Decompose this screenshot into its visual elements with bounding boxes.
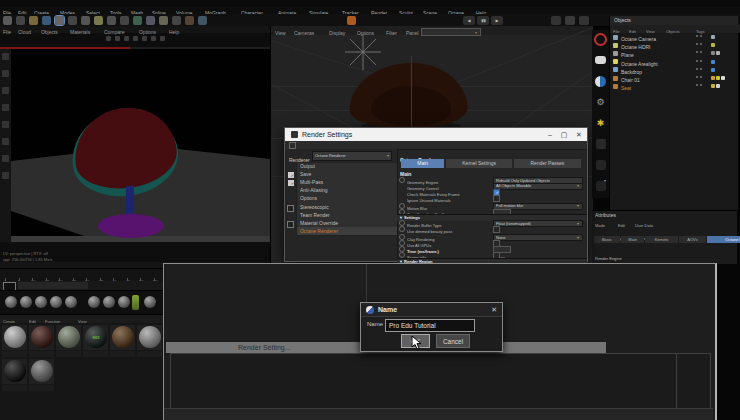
rs-section-checkbox[interactable]	[285, 212, 296, 220]
lv-side-icon-0[interactable]	[2, 53, 9, 60]
name-dialog-titlebar[interactable]: Name ✕	[361, 303, 502, 317]
octane-logo-icon[interactable]	[592, 30, 609, 48]
lv-side-icon-4[interactable]	[2, 121, 9, 128]
tag-icon[interactable]	[711, 84, 715, 88]
attr-tab-octane-renderer[interactable]: Octane Renderer	[707, 236, 740, 243]
materials-icon[interactable]	[592, 72, 609, 90]
minimize-button[interactable]: –	[543, 131, 557, 138]
toolbar-icon-14[interactable]	[185, 16, 194, 25]
tag-icon[interactable]	[711, 76, 715, 80]
lv-tool-icon-5[interactable]	[151, 36, 156, 41]
tag-icon[interactable]	[711, 60, 715, 64]
play-control-1[interactable]: ▮▮	[477, 16, 489, 25]
rs-tab-kernel-settings[interactable]: Kernel Settings	[446, 159, 513, 168]
tag-icon[interactable]	[711, 51, 715, 55]
lv-tool-icon-1[interactable]	[115, 36, 120, 41]
knob-icon-1[interactable]	[20, 296, 32, 308]
close-button[interactable]: ✕	[571, 131, 587, 139]
viewport-toggle-1[interactable]	[565, 16, 575, 25]
lv-side-icon-3[interactable]	[2, 104, 9, 111]
parameter-checkbox[interactable]	[493, 195, 500, 202]
object-item[interactable]: Seat	[610, 82, 738, 90]
close-icon[interactable]: ✕	[491, 306, 497, 314]
rs-section-checkbox[interactable]	[285, 228, 296, 236]
material-thumb[interactable]	[56, 325, 81, 350]
knob-icon-5[interactable]	[88, 296, 100, 308]
material-thumb[interactable]	[2, 359, 27, 384]
rs-tab-main[interactable]: Main	[401, 159, 444, 168]
attr-tab-basic[interactable]: Basic	[594, 236, 620, 243]
rs-section-checkbox[interactable]	[285, 220, 296, 228]
settings-icon[interactable]: ⚙	[592, 93, 609, 111]
tag-icon[interactable]	[711, 68, 715, 72]
lv-side-icon-7[interactable]	[2, 172, 9, 179]
visibility-dots[interactable]	[696, 76, 702, 78]
material-thumb[interactable]	[29, 359, 54, 384]
attr-tab-kernels[interactable]: Kernels	[645, 236, 678, 243]
knob-icon-3[interactable]	[50, 296, 62, 308]
visibility-dots[interactable]	[696, 43, 702, 45]
viewport-toggle-2[interactable]	[579, 16, 589, 25]
material-thumb[interactable]	[137, 325, 162, 350]
lv-side-icon-1[interactable]	[2, 70, 9, 77]
lv-tool-icon-2[interactable]	[124, 36, 129, 41]
vp-menu-view[interactable]: View	[275, 26, 292, 40]
tag-icon[interactable]	[716, 51, 720, 55]
visibility-dots[interactable]	[696, 60, 702, 62]
attr-tab-aovs[interactable]: AOVs	[679, 236, 706, 243]
rs-section-octane-renderer[interactable]: Octane Renderer	[285, 228, 397, 236]
rs-section-checkbox[interactable]	[285, 187, 296, 195]
lv-tool-icon-4[interactable]	[142, 36, 147, 41]
tag-icon[interactable]	[711, 35, 715, 39]
play-control-2[interactable]: ▶	[491, 16, 503, 25]
renderer-dropdown[interactable]: Octane Renderer ▾	[312, 151, 392, 161]
tag-icon[interactable]	[711, 43, 715, 47]
rs-section-checkbox[interactable]	[285, 163, 296, 171]
maximize-button[interactable]: ▢	[557, 131, 571, 139]
camera-icon[interactable]	[592, 135, 609, 153]
render-settings-titlebar[interactable]: Render Settings – ▢ ✕	[285, 128, 587, 141]
material-thumb[interactable]	[29, 325, 54, 350]
rs-tab-render-passes[interactable]: Render Passes	[514, 159, 581, 168]
visibility-dots[interactable]	[696, 68, 702, 70]
rs-section-checkbox[interactable]	[285, 204, 296, 212]
vp-menu-filter[interactable]: Filter	[386, 26, 404, 40]
visibility-dots[interactable]	[696, 35, 702, 37]
tag-icon[interactable]	[721, 76, 725, 80]
green-node-icon[interactable]	[132, 295, 139, 310]
material-thumb[interactable]	[2, 325, 27, 350]
material-thumb[interactable]: MIX	[83, 325, 108, 350]
dialog-small-toggle[interactable]	[289, 142, 296, 149]
lv-tool-icon-6[interactable]	[160, 36, 165, 41]
lv-side-icon-6[interactable]	[2, 155, 9, 162]
rs-section-checkbox[interactable]	[285, 195, 296, 203]
play-control-0[interactable]: ◀	[463, 16, 475, 25]
knob-icon-4[interactable]	[65, 296, 77, 308]
rs-section-checkbox[interactable]: ✓	[285, 179, 296, 187]
objects-icon[interactable]	[592, 156, 609, 174]
render-button[interactable]	[347, 16, 356, 25]
cancel-button[interactable]: Cancel	[436, 334, 470, 348]
knob-icon-6[interactable]	[103, 296, 115, 308]
viewport-toggle-0[interactable]	[551, 16, 561, 25]
render-viewport[interactable]	[11, 49, 270, 242]
tag-icon[interactable]	[716, 84, 720, 88]
name-input[interactable]: Pro Edu Tutorial	[385, 319, 475, 332]
attr-tab-main[interactable]: Main	[621, 236, 644, 243]
knob-icon-0[interactable]	[5, 296, 17, 308]
lv-side-icon-2[interactable]	[2, 87, 9, 94]
render-icon[interactable]	[592, 177, 609, 195]
rs-section-checkbox[interactable]: ✓	[285, 171, 296, 179]
visibility-dots[interactable]	[696, 51, 702, 53]
knob-icon-7[interactable]	[118, 296, 130, 308]
visibility-dots[interactable]	[696, 84, 702, 86]
livedb-icon[interactable]	[592, 51, 609, 69]
lv-side-icon-5[interactable]	[2, 138, 9, 145]
timeline-ruler[interactable]: 0510152025303540455055	[0, 268, 163, 282]
knob-icon-8[interactable]	[144, 296, 156, 308]
tag-icon[interactable]	[716, 76, 720, 80]
vp-menu-cameras[interactable]: Cameras	[294, 26, 326, 40]
parameter-checkbox[interactable]	[493, 226, 500, 233]
material-thumb[interactable]	[110, 325, 135, 350]
lv-tool-icon-0[interactable]	[106, 36, 111, 41]
